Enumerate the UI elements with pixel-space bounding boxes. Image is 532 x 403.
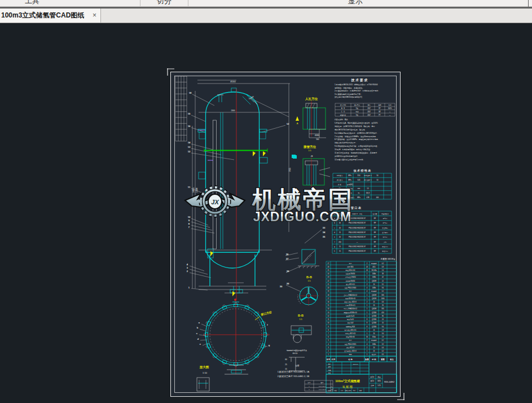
menu-item-tools[interactable]: 工具 (25, 0, 39, 6)
svg-text:14055: 14055 (192, 187, 195, 192)
svg-text:件号: 件号 (326, 358, 331, 361)
bb-scale: 1:5 (308, 280, 311, 282)
svg-text:法兰盖 DN450: 法兰盖 DN450 (346, 273, 355, 275)
menu-item-split[interactable]: 切分 (157, 0, 172, 6)
svg-text:PT: PT (379, 114, 381, 116)
svg-text:9.6: 9.6 (382, 287, 384, 289)
svg-text:A、B: A、B (341, 107, 345, 109)
svg-text:筒体 Ø2400×10: 筒体 Ø2400×10 (345, 297, 356, 300)
svg-text:石棉橡胶: 石棉橡胶 (371, 339, 377, 341)
svg-text:4.容器类别：Ⅲ类。: 4.容器类别：Ⅲ类。 (335, 119, 349, 121)
svg-text:3.1: 3.1 (382, 283, 384, 286)
svg-text:8.气密性试验：压力3.50MPa，用氨检漏合格后方可使用，: 8.气密性试验：压力3.50MPa，用氨检漏合格后方可使用， (335, 138, 380, 141)
svg-text:垫片: 垫片 (349, 290, 352, 292)
svg-text:出气口: 出气口 (383, 222, 388, 224)
tab-close-icon[interactable]: × (93, 8, 96, 23)
svg-text:图号: 图号 (321, 382, 324, 384)
svg-text:RF: RF (374, 227, 376, 229)
svg-text:PN4.0 DN40 HG20592-97: PN4.0 DN40 HG20592-97 (349, 236, 366, 238)
svg-text:36: 36 (286, 253, 289, 256)
svg-text:备注: 备注 (389, 358, 394, 361)
svg-text:34: 34 (323, 231, 326, 234)
svg-text:液位计口: 液位计口 (382, 246, 388, 248)
svg-text:420: 420 (381, 312, 384, 314)
svg-text:校对: 校对 (327, 366, 331, 368)
svg-text:螺母 M16: 螺母 M16 (348, 266, 354, 268)
svg-text:排污接管 Ø45×3.5: 排污接管 Ø45×3.5 (344, 329, 357, 331)
svg-text:1955: 1955 (289, 168, 291, 172)
svg-text:16Mn: 16Mn (372, 276, 376, 278)
svg-text:7.水压试验：试验压力4.38MPa，保压30min不得渗漏: 7.水压试验：试验压力4.38MPa，保压30min不得渗漏。 (335, 135, 377, 138)
svg-text:坡口型式: 坡口型式 (354, 104, 360, 106)
svg-text:螺柱 M16×100: 螺柱 M16×100 (346, 269, 355, 271)
svg-text:筋板 δ=10: 筋板 δ=10 (347, 318, 354, 321)
svg-text:重量: 重量 (380, 358, 385, 361)
svg-text:批准: 批准 (328, 372, 331, 374)
svg-text:法兰 PN4.0 DN40: 法兰 PN4.0 DN40 (345, 287, 357, 289)
svg-text:Q345R: Q345R (372, 280, 376, 282)
tab-title: 100m3立式储氢管CAD图纸 (1, 8, 84, 23)
svg-text:2.4: 2.4 (382, 269, 384, 271)
svg-text:组合件: 组合件 (372, 353, 376, 356)
svg-text:试验合格后排净积水并吹干。: 试验合格后排净积水并吹干。 (335, 142, 357, 144)
svg-text:0.2: 0.2 (382, 350, 384, 352)
svg-text:焊条: 焊条 (367, 104, 371, 106)
svg-text:PN4.0 DN15 HG20592-97: PN4.0 DN15 HG20592-97 (349, 246, 366, 248)
svg-text:液位计接管 Ø22×3: 液位计接管 Ø22×3 (344, 301, 357, 303)
menu-item-display[interactable]: 显示 (348, 0, 363, 6)
svg-text:4.38: 4.38 (366, 196, 370, 199)
svg-text:9.内表面喷砂除锈至Sa2.5级，外表面涂底漆面漆各两道。: 9.内表面喷砂除锈至Sa2.5级，外表面涂底漆面漆各两道。 (335, 145, 379, 147)
svg-text:Q235B: Q235B (372, 326, 376, 328)
tech-table-title: 技 术 特 性 表 (353, 169, 372, 173)
svg-text:盖板 δ=8: 盖板 δ=8 (348, 322, 354, 324)
svg-text:16Mn: 16Mn (372, 287, 376, 289)
title-line1: 100m³立式储氢罐 (335, 379, 360, 383)
svg-text:J507: J507 (367, 111, 371, 113)
svg-text:8.8级: 8.8级 (372, 336, 376, 338)
svg-text:50: 50 (377, 179, 379, 181)
svg-text:35CrMo: 35CrMo (371, 269, 377, 271)
detail-b-label: 接管方位 (303, 145, 316, 149)
svg-text:0.8: 0.8 (382, 266, 384, 268)
svg-text:螺栓 M16×60: 螺栓 M16×60 (346, 336, 355, 338)
app-window: 工具 切分 显示 100m3立式储氢管CAD图纸 × (0, 0, 532, 403)
svg-text:Q345R: Q345R (372, 294, 376, 296)
svg-text:工作温度 ℃: 工作温度 ℃ (364, 174, 372, 177)
bb2-scale: 1:5 (300, 318, 302, 321)
svg-text:补强圈 DN450: 补强圈 DN450 (346, 280, 355, 282)
svg-text:1.5: 1.5 (367, 187, 369, 190)
svg-text:石棉橡胶: 石棉橡胶 (371, 290, 377, 292)
svg-text:10: 10 (188, 216, 191, 218)
svg-text:585: 585 (381, 294, 384, 296)
svg-text:1A: 1A (331, 386, 333, 387)
detail-a-mark: A (297, 122, 298, 125)
svg-text:1.8: 1.8 (382, 329, 384, 331)
svg-text:MPa: MPa (348, 174, 351, 177)
scale-value: 1:25 (377, 384, 381, 387)
svg-text:内筒 Ø159×4.5: 内筒 Ø159×4.5 (345, 304, 355, 306)
svg-text:11500: 11500 (196, 187, 198, 192)
svg-text:9.6: 9.6 (382, 326, 384, 328)
svg-text:数量: 数量 (364, 358, 369, 361)
svg-text:设计温度 ℃: 设计温度 ℃ (364, 179, 372, 181)
svg-text:5.筒体与封头A、B类对接接头采用全焊透结构，经100%: 5.筒体与封头A、B类对接接头采用全焊透结构，经100% (335, 122, 378, 124)
bb-label: B-B (306, 275, 312, 279)
svg-text:13: 13 (188, 146, 191, 148)
svg-text:密封面: 密封面 (373, 213, 377, 215)
svg-text:RF: RF (374, 236, 376, 238)
cad-canvas[interactable]: 1.本设备按GB150-2011《钢制压力容器》及TSG R0004 规定制造、… (0, 23, 532, 403)
svg-text:2400: 2400 (231, 109, 235, 112)
svg-text:450: 450 (338, 241, 341, 243)
tab-active[interactable]: 100m3立式储氢管CAD图纸 × (0, 8, 101, 23)
sheet-number: 第1张 (370, 380, 374, 382)
svg-text:垫片: 垫片 (349, 339, 352, 341)
svg-text:上封头 EHA2400×12: 上封头 EHA2400×12 (344, 294, 358, 296)
svg-text:铭牌: 铭牌 (348, 353, 352, 356)
svg-text:3.2: 3.2 (382, 343, 384, 345)
svg-text:mm: mm (358, 188, 360, 190)
svg-text:50: 50 (377, 174, 379, 177)
svg-text:规定制造、试验与验收，并接受监检。: 规定制造、试验与验收，并接受监检。 (335, 87, 364, 89)
svg-text:审核: 审核 (328, 369, 331, 371)
svg-text:16: 16 (188, 125, 191, 128)
svg-text:人孔: 人孔 (384, 241, 387, 243)
